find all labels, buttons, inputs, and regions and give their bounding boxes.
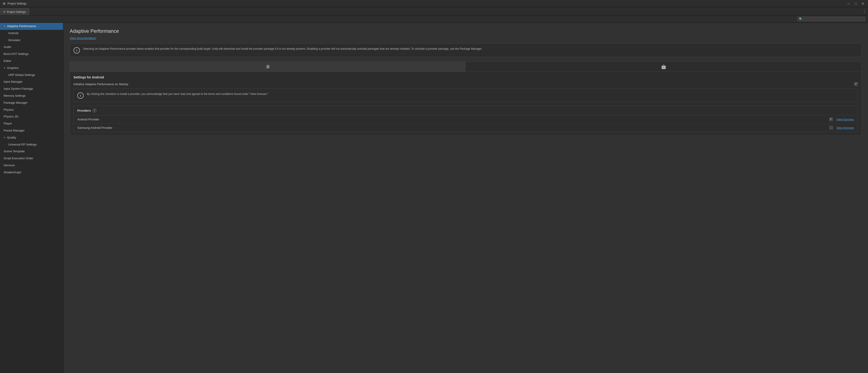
view-licenses-link[interactable]: View licenses: [836, 118, 854, 121]
sidebar-item-label: Preset Manager: [4, 128, 25, 133]
main-layout: Adaptive PerformanceAndroidSimulatorAudi…: [0, 23, 868, 373]
sidebar-item-quality[interactable]: Quality: [0, 134, 63, 141]
providers-header: Providers ?: [74, 106, 858, 115]
sidebar-item-package-manager[interactable]: Package Manager: [0, 99, 63, 106]
sidebar-item-label: Scene Template: [4, 149, 25, 154]
sidebar-item-label: Quality: [7, 135, 16, 140]
sidebar-item-audio[interactable]: Audio: [0, 44, 63, 50]
triangle-icon: [4, 66, 6, 70]
provider-row: Samsung Android ProviderView licenses: [74, 124, 858, 132]
sidebar-item-label: Simulator: [8, 38, 21, 43]
search-input-wrap: 🔍: [798, 17, 865, 21]
sidebar-item-label: Burst AOT Settings: [4, 52, 29, 57]
search-icon: 🔍: [799, 18, 802, 21]
tab-bar: ⚙ Project Settings ⋮: [0, 7, 868, 15]
sidebar-item-input-manager[interactable]: Input Manager: [0, 78, 63, 86]
sidebar-item-universal-rp[interactable]: Universal RP Settings: [0, 141, 63, 148]
help-icon[interactable]: ?: [93, 109, 96, 112]
provider-checkbox[interactable]: [829, 117, 833, 121]
sidebar-item-label: Graphics: [7, 66, 19, 70]
providers-title: Providers: [78, 109, 91, 112]
tab-menu-button[interactable]: ⋮: [863, 9, 866, 13]
sidebar-item-label: Input Manager: [4, 79, 23, 84]
view-licenses-link[interactable]: View licenses: [836, 126, 854, 130]
sidebar-item-player[interactable]: Player: [0, 120, 63, 127]
sidebar-item-label: ShaderGraph: [4, 170, 21, 175]
sidebar-item-label: Memory Settings: [4, 94, 26, 98]
provider-row: Android ProviderView licenses: [74, 115, 858, 124]
warn-icon: !: [78, 92, 84, 99]
sidebar-item-editor[interactable]: Editor: [0, 58, 63, 65]
settings-panel: Settings for Android Initialize Adaptive…: [70, 72, 862, 136]
sidebar-item-android[interactable]: Android: [0, 30, 63, 37]
project-settings-tab[interactable]: ⚙ Project Settings: [0, 8, 29, 15]
title-bar: ⚙ Project Settings ─ □ ✕: [0, 0, 868, 7]
search-input[interactable]: [803, 18, 864, 21]
info-icon: !: [73, 47, 80, 54]
sidebar-item-burst-aot[interactable]: Burst AOT Settings: [0, 50, 63, 58]
sidebar-item-adaptive-performance[interactable]: Adaptive Performance: [0, 23, 63, 30]
sidebar-item-urp-global[interactable]: URP Global Settings: [0, 72, 63, 79]
sidebar-item-label: Player: [4, 121, 12, 126]
initialize-checkbox[interactable]: [854, 82, 858, 86]
title-bar-controls: ─ □ ✕: [846, 2, 865, 5]
sidebar-item-label: Android: [8, 31, 18, 36]
sidebar-item-label: Script Execution Order: [4, 156, 33, 161]
sidebar-item-preset-manager[interactable]: Preset Manager: [0, 127, 63, 134]
sidebar-item-services[interactable]: Services: [0, 162, 63, 169]
info-box: ! Selecting an Adaptive Performance prov…: [70, 43, 862, 57]
sidebar-item-input-system[interactable]: Input System Package: [0, 86, 63, 92]
content-area: Adaptive Performance View documentation …: [63, 23, 868, 373]
provider-name: Android Provider: [78, 118, 826, 121]
android-icon: 🤖: [661, 64, 666, 69]
triangle-icon: [4, 136, 6, 139]
sidebar-item-physics[interactable]: Physics: [0, 106, 63, 113]
app-icon: ⚙: [3, 2, 6, 5]
desktop-tab[interactable]: 🖥: [70, 62, 466, 72]
sidebar-item-label: Universal RP Settings: [8, 142, 37, 147]
sidebar-item-scene-template[interactable]: Scene Template: [0, 148, 63, 155]
sidebar-item-label: Physics 2D: [4, 114, 18, 119]
providers-section: Providers ? Android ProviderView license…: [73, 106, 858, 132]
triangle-icon: [4, 25, 6, 28]
window-title: Project Settings: [7, 2, 27, 5]
sidebar-item-script-execution[interactable]: Script Execution Order: [0, 155, 63, 162]
warn-text: By clicking the checkbox to install a pr…: [87, 92, 269, 96]
sidebar-item-label: Package Manager: [4, 101, 28, 105]
sidebar-item-physics-2d[interactable]: Physics 2D: [0, 113, 63, 120]
sidebar-item-label: Physics: [4, 107, 14, 112]
initialize-row: Initialize Adaptive Performance on Start…: [73, 82, 858, 86]
sidebar-item-graphics[interactable]: Graphics: [0, 65, 63, 72]
android-tab[interactable]: 🤖: [466, 62, 862, 72]
sidebar-item-label: Editor: [4, 59, 11, 64]
maximize-button[interactable]: □: [854, 2, 858, 5]
initialize-label: Initialize Adaptive Performance on Start…: [73, 82, 851, 86]
sidebar-item-label: Input System Package: [4, 87, 33, 91]
sidebar-item-label: Audio: [4, 45, 11, 49]
info-text: Selecting an Adaptive Performance provid…: [83, 47, 482, 51]
settings-panel-title: Settings for Android: [73, 75, 858, 79]
minimize-button[interactable]: ─: [846, 2, 851, 5]
close-button[interactable]: ✕: [861, 2, 865, 5]
provider-checkbox[interactable]: [829, 126, 833, 130]
tab-label: Project Settings: [7, 10, 26, 13]
warn-box: ! By clicking the checkbox to install a …: [73, 89, 858, 102]
sidebar-item-memory-settings[interactable]: Memory Settings: [0, 92, 63, 99]
sidebar-item-label: Adaptive Performance: [7, 24, 36, 29]
title-bar-left: ⚙ Project Settings: [3, 2, 27, 5]
sidebar-item-simulator[interactable]: Simulator: [0, 37, 63, 44]
page-title: Adaptive Performance: [70, 28, 862, 34]
sidebar-item-label: Services: [4, 163, 15, 168]
search-bar: 🔍: [0, 15, 868, 23]
tab-icon: ⚙: [3, 10, 5, 13]
desktop-icon: 🖥: [266, 64, 270, 69]
provider-name: Samsung Android Provider: [78, 126, 826, 130]
view-documentation-link[interactable]: View documentation: [70, 36, 96, 40]
sidebar: Adaptive PerformanceAndroidSimulatorAudi…: [0, 23, 63, 373]
sidebar-item-shadergraph[interactable]: ShaderGraph: [0, 169, 63, 176]
platform-tabs: 🖥 🤖: [70, 62, 862, 72]
sidebar-item-label: URP Global Settings: [8, 73, 35, 77]
